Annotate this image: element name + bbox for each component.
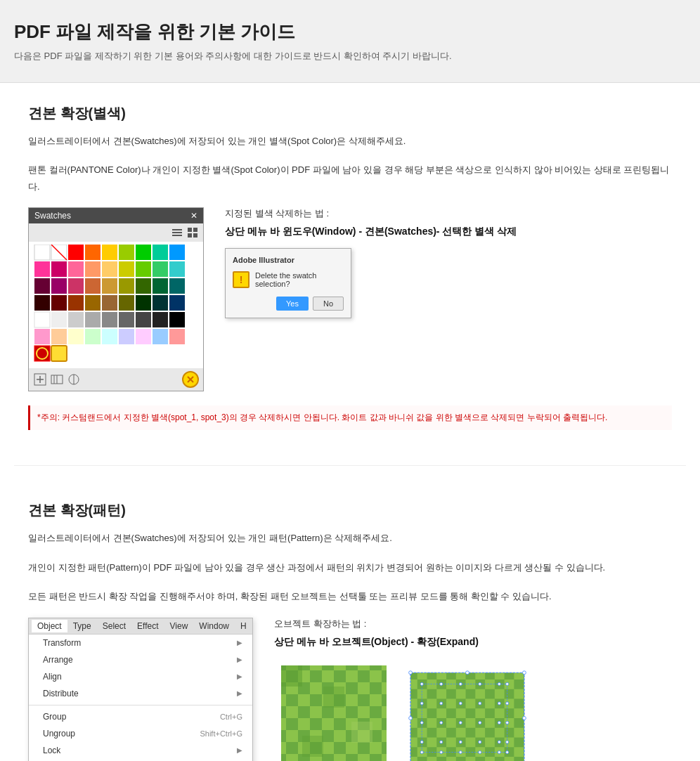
section2-instruction: 오브젝트 확장하는 법 : 상단 메뉴 바 오브젝트(Object) - 확장(…: [274, 618, 672, 761]
svg-point-116: [420, 741, 423, 743]
dialog-body: ! Delete the swatch selection?: [233, 271, 344, 288]
menu-group[interactable]: Group Ctrl+G: [29, 708, 252, 725]
svg-point-117: [440, 741, 443, 743]
svg-rect-31: [119, 278, 134, 294]
svg-rect-17: [34, 261, 50, 277]
section1-desc1: 일러스트레이터에서 견본(Swatches)에 저장되어 있는 개인 별색(Sp…: [28, 133, 672, 149]
menu-distribute-label: Distribute: [43, 689, 79, 698]
svg-point-107: [479, 701, 481, 704]
svg-rect-56: [85, 329, 101, 344]
svg-rect-25: [169, 261, 185, 277]
swatches-toolbar: [29, 223, 203, 242]
svg-rect-20: [85, 261, 101, 277]
svg-rect-89: [422, 684, 507, 752]
menu-arrange[interactable]: Arrange ▶: [29, 651, 252, 668]
svg-rect-36: [51, 295, 67, 311]
svg-rect-7: [34, 245, 50, 260]
svg-point-125: [479, 750, 481, 753]
svg-rect-27: [51, 278, 67, 294]
svg-rect-5: [188, 233, 192, 238]
dialog-no-button[interactable]: No: [313, 297, 344, 311]
svg-point-118: [459, 741, 462, 743]
svg-point-105: [440, 701, 443, 704]
svg-rect-10: [68, 245, 84, 260]
menu-object[interactable]: Object: [32, 620, 67, 632]
svg-point-100: [459, 682, 462, 685]
swatches-panel: Swatches ✕: [28, 207, 204, 391]
svg-rect-11: [85, 245, 101, 260]
menu-view[interactable]: View: [164, 620, 194, 632]
svg-rect-30: [102, 278, 117, 294]
svg-rect-58: [119, 329, 134, 344]
section1-title: 견본 확장(별색): [28, 104, 672, 123]
svg-rect-44: [34, 312, 50, 327]
menu-unlock-all[interactable]: Unlock All Alt+Ctrl+2: [29, 759, 252, 761]
grid-view-icon[interactable]: [186, 226, 199, 239]
section-swatches: 견본 확장(별색) 일러스트레이터에서 견본(Swatches)에 저장되어 있…: [14, 83, 686, 451]
svg-rect-42: [153, 295, 168, 311]
delete-swatch-icon[interactable]: [182, 371, 199, 388]
svg-rect-23: [136, 261, 151, 277]
svg-rect-46: [68, 312, 84, 327]
pattern-after-svg: [408, 658, 527, 761]
menu-lock[interactable]: Lock ▶: [29, 742, 252, 759]
svg-rect-43: [169, 295, 185, 311]
swatches-bottom-toolbar: [29, 368, 203, 391]
warning-icon: !: [233, 271, 249, 288]
menu-arrange-arrow: ▶: [237, 656, 242, 663]
delete-dialog: Adobe Illustrator ! Delete the swatch se…: [225, 248, 351, 318]
svg-rect-22: [119, 261, 134, 277]
page-subtitle: 다음은 PDF 파일을 제작하기 위한 기본 용어와 주의사항에 대한 가이드로…: [14, 50, 686, 63]
menu-window[interactable]: Window: [193, 620, 235, 632]
svg-rect-21: [102, 261, 117, 277]
svg-rect-52: [169, 312, 185, 327]
dialog-yes-button[interactable]: Yes: [276, 297, 309, 311]
menu-distribute[interactable]: Distribute ▶: [29, 685, 252, 702]
color-groups-icon[interactable]: [67, 372, 81, 386]
svg-point-101: [479, 682, 481, 685]
svg-rect-4: [193, 228, 197, 232]
menu-ungroup-shortcut: Shift+Ctrl+G: [200, 729, 242, 738]
section2-desc2: 개인이 지정한 패턴(Pattern)이 PDF 파일에 남아 있을 경우 생산…: [28, 559, 672, 575]
section2-instruction-label: 오브젝트 확장하는 법 :: [274, 618, 672, 630]
menu-transform-label: Transform: [43, 638, 81, 648]
new-swatch-icon[interactable]: [33, 372, 47, 386]
menu-group-shortcut: Ctrl+G: [220, 713, 242, 721]
svg-rect-35: [34, 295, 50, 311]
menu-type[interactable]: Type: [67, 620, 97, 632]
svg-point-91: [466, 670, 469, 674]
svg-point-123: [440, 750, 443, 753]
section2-desc1: 일러스트레이터에서 견본(Swatches)에 저장되어 있는 개인 패턴(Pa…: [28, 530, 672, 546]
svg-point-92: [523, 670, 526, 674]
menu-lock-label: Lock: [43, 746, 60, 755]
instruction-label: 지정된 별색 삭제하는 법 :: [225, 207, 672, 220]
menu-effect[interactable]: Effect: [131, 620, 164, 632]
svg-rect-15: [153, 245, 168, 260]
svg-rect-26: [34, 278, 50, 294]
svg-point-113: [479, 721, 481, 724]
svg-rect-14: [136, 245, 151, 260]
menu-align[interactable]: Align ▶: [29, 668, 252, 685]
svg-rect-24: [153, 261, 168, 277]
svg-rect-54: [51, 329, 67, 344]
svg-rect-0: [172, 229, 182, 230]
svg-rect-48: [102, 312, 117, 327]
swatch-library-icon[interactable]: [50, 372, 64, 386]
svg-point-121: [506, 741, 509, 743]
swatches-colors: [29, 242, 197, 368]
svg-point-90: [409, 670, 413, 674]
svg-point-109: [506, 701, 509, 704]
svg-rect-57: [102, 329, 117, 344]
svg-point-119: [479, 741, 481, 743]
menu-select[interactable]: Select: [97, 620, 131, 632]
svg-rect-51: [153, 312, 168, 327]
menu-ungroup[interactable]: Ungroup Shift+Ctrl+G: [29, 725, 252, 742]
menu-transform[interactable]: Transform ▶: [29, 635, 252, 651]
menu-more[interactable]: H: [235, 620, 252, 632]
list-view-icon[interactable]: [171, 226, 183, 239]
svg-point-104: [420, 701, 423, 704]
section1-warning: *주의: 커스텀랜드에서 지정한 별색(spot_1, spot_3)의 경우 …: [28, 405, 672, 430]
svg-rect-13: [119, 245, 134, 260]
svg-rect-60: [153, 329, 168, 344]
svg-rect-32: [136, 278, 151, 294]
